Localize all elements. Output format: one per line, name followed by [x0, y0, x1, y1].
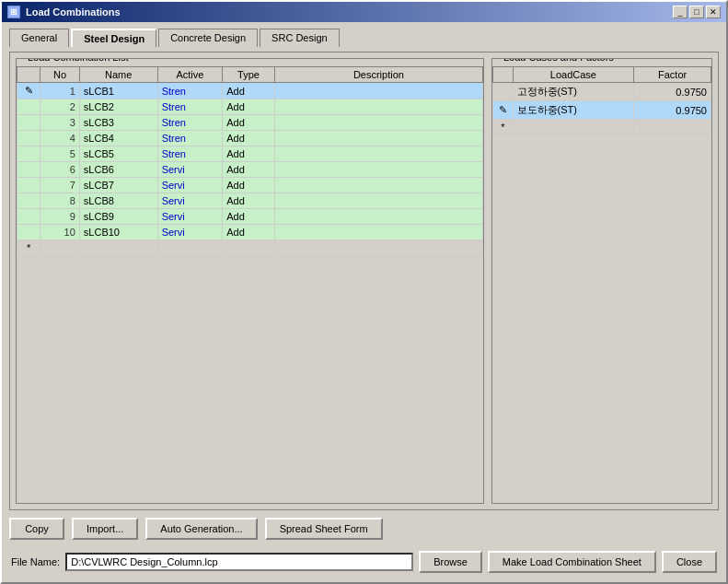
- combo-row-no: 7: [40, 178, 79, 193]
- combo-row[interactable]: 9sLCB9ServiAdd: [17, 209, 483, 225]
- combo-row-active: Servi: [157, 209, 223, 225]
- cases-row-factor: 0.9750: [634, 83, 711, 101]
- combo-row[interactable]: 8sLCB8ServiAdd: [17, 193, 483, 209]
- file-name-row: File Name: Browse Make Load Combination …: [9, 547, 719, 577]
- load-combination-grid[interactable]: No Name Active Type Description ✎1sLCB1S…: [17, 66, 483, 503]
- new-row-cell: [223, 240, 275, 256]
- auto-generation-button[interactable]: Auto Generation...: [145, 518, 257, 540]
- combo-row-desc: [274, 115, 482, 131]
- combo-row-no: 9: [40, 209, 79, 225]
- right-panel: Load Cases and Factors LoadCase Factor: [491, 58, 712, 504]
- combo-row[interactable]: 3sLCB3StrenAdd: [17, 115, 483, 131]
- col-loadcase-header: LoadCase: [513, 67, 634, 83]
- combo-row-name: sLCB8: [79, 193, 157, 209]
- combo-row-name: sLCB2: [79, 99, 157, 115]
- combo-row-name: sLCB7: [79, 178, 157, 193]
- combo-row[interactable]: ✎1sLCB1StrenAdd: [17, 83, 483, 99]
- content-area: General Steel Design Concrete Design SRC…: [2, 22, 726, 582]
- browse-button[interactable]: Browse: [419, 551, 482, 573]
- combo-row-active: Servi: [157, 178, 223, 193]
- col-no-header: No: [40, 67, 79, 83]
- combo-row-active: Stren: [157, 83, 223, 99]
- combo-row-name: sLCB3: [79, 115, 157, 131]
- left-panel: Load Combination List No Name Active Typ…: [16, 58, 484, 504]
- col-active-header: Active: [157, 67, 223, 83]
- tab-general[interactable]: General: [9, 29, 69, 47]
- new-row-cell-r: [634, 120, 711, 135]
- combo-row-type: Add: [223, 209, 275, 225]
- combo-row-no: 3: [40, 115, 79, 131]
- combo-row-new[interactable]: *: [17, 240, 483, 256]
- col-edit-header: [17, 67, 40, 83]
- spread-sheet-form-button[interactable]: Spread Sheet Form: [265, 518, 383, 540]
- col-name-header: Name: [79, 67, 157, 83]
- combo-row[interactable]: 6sLCB6ServiAdd: [17, 162, 483, 178]
- right-panel-legend: Load Cases and Factors: [500, 58, 618, 63]
- combo-row-desc: [274, 193, 482, 209]
- main-window: ⊞ Load Combinations _ □ ✕ General Steel …: [0, 0, 728, 584]
- tab-bar: General Steel Design Concrete Design SRC…: [9, 28, 719, 46]
- combo-row-active: Servi: [157, 225, 223, 240]
- combo-row-active: Stren: [157, 115, 223, 131]
- title-bar-buttons: _ □ ✕: [673, 6, 721, 18]
- minimize-button[interactable]: _: [673, 6, 688, 18]
- combo-row-name: sLCB6: [79, 162, 157, 178]
- combo-row-no: 5: [40, 146, 79, 162]
- combo-row-edit: [17, 178, 40, 193]
- combo-row-desc: [274, 131, 482, 146]
- window-title: Load Combinations: [26, 6, 121, 18]
- col-type-header: Type: [223, 67, 275, 83]
- combo-row-edit: [17, 209, 40, 225]
- combo-row-desc: [274, 99, 482, 115]
- combo-row-active: Servi: [157, 162, 223, 178]
- maximize-button[interactable]: □: [689, 6, 704, 18]
- combo-row-no: 8: [40, 193, 79, 209]
- cases-row-edit: [493, 83, 514, 101]
- combo-row-type: Add: [223, 146, 275, 162]
- asterisk-cell-r: *: [493, 120, 514, 135]
- cases-row[interactable]: 고정하중(ST)0.9750: [493, 83, 711, 101]
- load-cases-grid[interactable]: LoadCase Factor 고정하중(ST)0.9750✎보도하중(ST)0…: [492, 66, 711, 503]
- combo-row-no: 6: [40, 162, 79, 178]
- combo-row-edit: ✎: [17, 83, 40, 99]
- combo-row[interactable]: 4sLCB4StrenAdd: [17, 131, 483, 146]
- combo-row[interactable]: 7sLCB7ServiAdd: [17, 178, 483, 193]
- col-factor-header: Factor: [634, 67, 711, 83]
- combo-row-name: sLCB9: [79, 209, 157, 225]
- combo-row[interactable]: 5sLCB5StrenAdd: [17, 146, 483, 162]
- combo-row-edit: [17, 162, 40, 178]
- combo-row-type: Add: [223, 162, 275, 178]
- combo-row-desc: [274, 83, 482, 99]
- combo-row-desc: [274, 146, 482, 162]
- combo-row-desc: [274, 209, 482, 225]
- file-name-label: File Name:: [11, 556, 60, 567]
- cases-row[interactable]: ✎보도하중(ST)0.9750: [493, 101, 711, 120]
- right-panel-inner: LoadCase Factor 고정하중(ST)0.9750✎보도하중(ST)0…: [492, 66, 711, 503]
- tab-src-design[interactable]: SRC Design: [260, 29, 340, 47]
- combo-row-desc: [274, 225, 482, 240]
- cases-row-new[interactable]: *: [493, 120, 711, 135]
- combo-row[interactable]: 10sLCB10ServiAdd: [17, 225, 483, 240]
- make-sheet-button[interactable]: Make Load Combination Sheet: [488, 551, 656, 573]
- combo-row-edit: [17, 193, 40, 209]
- cases-table: LoadCase Factor 고정하중(ST)0.9750✎보도하중(ST)0…: [492, 66, 711, 135]
- combo-row-type: Add: [223, 131, 275, 146]
- tab-concrete-design[interactable]: Concrete Design: [158, 29, 258, 47]
- combo-row-active: Stren: [157, 131, 223, 146]
- import-button[interactable]: Import...: [72, 518, 138, 540]
- new-row-cell: [40, 240, 79, 256]
- combo-row-name: sLCB10: [79, 225, 157, 240]
- close-button[interactable]: ✕: [706, 6, 721, 18]
- close-dialog-button[interactable]: Close: [662, 551, 717, 573]
- copy-button[interactable]: Copy: [9, 518, 64, 540]
- combo-row-no: 10: [40, 225, 79, 240]
- new-row-cell-r: [513, 120, 634, 135]
- tab-steel-design[interactable]: Steel Design: [71, 29, 156, 47]
- combo-row-name: sLCB4: [79, 131, 157, 146]
- combo-row-no: 4: [40, 131, 79, 146]
- new-row-cell: [157, 240, 223, 256]
- combo-row-no: 1: [40, 83, 79, 99]
- combo-row-edit: [17, 131, 40, 146]
- combo-row[interactable]: 2sLCB2StrenAdd: [17, 99, 483, 115]
- file-name-input[interactable]: [65, 553, 413, 571]
